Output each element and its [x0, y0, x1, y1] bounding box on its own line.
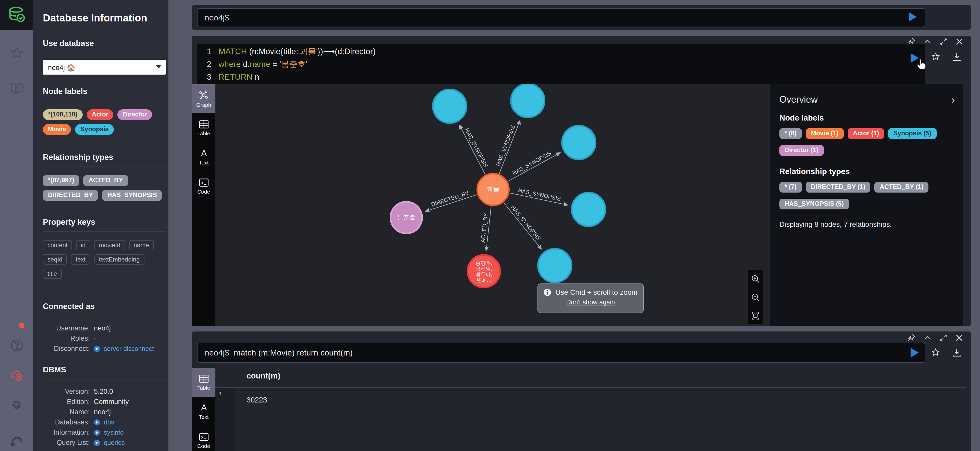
code-line: 2where d.name = '봉준호'	[197, 58, 925, 70]
label-chip[interactable]: HAS_SYNOPSIS (5)	[780, 199, 849, 209]
graph-node-synopsis3[interactable]	[562, 126, 596, 159]
label-chip[interactable]: Director (1)	[780, 145, 824, 156]
fullscreen-icon[interactable]	[940, 334, 947, 341]
graph-node-synopsis5[interactable]	[538, 249, 572, 282]
label-chip[interactable]: * (8)	[780, 128, 802, 139]
label-chip[interactable]: Movie (1)	[806, 128, 843, 139]
label-chip[interactable]: Actor (1)	[848, 128, 884, 139]
edge-type-label: HAS_SYNOPSIS	[517, 187, 561, 202]
info-row-label: Query List:	[43, 438, 90, 448]
graph-node-synopsis4[interactable]	[572, 193, 605, 226]
command-link[interactable]: :sysinfo	[94, 427, 124, 438]
divider	[43, 53, 166, 53]
label-chip[interactable]: *(87,997)	[43, 175, 80, 186]
view-tab-code[interactable]: Code	[192, 172, 215, 201]
overview-rel-chips: HAS_SYNOPSIS (5)	[780, 199, 849, 209]
executed-query-text: match (m:Movie) return count(m)	[234, 348, 353, 357]
label-chip[interactable]: DIRECTED_BY (1)	[806, 182, 870, 193]
favorite-query-button[interactable]	[931, 52, 940, 61]
collapse-icon[interactable]	[924, 334, 931, 341]
view-tab-table[interactable]: Table	[192, 368, 215, 397]
graph-node-synopsis2[interactable]	[511, 84, 545, 118]
dont-show-again-link[interactable]: Don't show again	[566, 299, 615, 306]
view-tab-text[interactable]: AText	[192, 142, 215, 172]
close-icon[interactable]	[956, 334, 963, 341]
table-view-icon	[199, 120, 208, 129]
zoom-fit-button[interactable]	[751, 311, 759, 319]
play-circle-icon	[94, 346, 100, 352]
label-chip[interactable]: *(100,118)	[43, 109, 83, 120]
close-icon[interactable]	[956, 38, 963, 45]
command-link[interactable]: :queries	[94, 438, 125, 448]
property-key-chip[interactable]: movieId	[94, 240, 125, 250]
run-query-button[interactable]	[911, 348, 919, 357]
graph-node-actor[interactable]: 송강호,박해일,배두나,변희...	[468, 255, 500, 288]
database-check-icon	[7, 6, 26, 24]
graph-edge-has_synopsis[interactable]: HAS_SYNOPSIS	[460, 125, 489, 174]
zoom-in-icon	[751, 275, 760, 284]
download-button[interactable]	[953, 348, 961, 357]
node-caption: 괴물	[487, 185, 500, 193]
logout-button[interactable]	[0, 433, 33, 448]
label-chip[interactable]: HAS_SYNOPSIS	[102, 190, 162, 201]
help-drawer-button[interactable]	[0, 338, 33, 352]
label-chip[interactable]: Actor	[86, 109, 113, 120]
pin-icon[interactable]	[908, 334, 915, 341]
info-row-label: Disconnect:	[43, 344, 90, 354]
favorites-drawer-button[interactable]	[0, 46, 33, 60]
run-query-button[interactable]	[909, 12, 917, 21]
run-query-button[interactable]	[911, 53, 919, 63]
zoom-out-button[interactable]	[751, 293, 760, 302]
label-chip[interactable]: * (7)	[780, 182, 802, 193]
graph-edge-has_synopsis[interactable]: HAS_SYNOPSIS	[508, 150, 560, 181]
property-key-chip[interactable]: id	[76, 240, 90, 250]
property-key-chip[interactable]: title	[43, 269, 62, 279]
view-tab-text[interactable]: AText	[192, 397, 215, 426]
label-chip[interactable]: Synopsis	[75, 124, 114, 135]
graph-edge-has_synopsis[interactable]: HAS_SYNOPSIS	[510, 187, 568, 205]
label-chip[interactable]: ACTED_BY (1)	[875, 182, 929, 193]
graph-node-director[interactable]: 봉준호	[390, 202, 422, 233]
chevron-right-icon[interactable]: ›	[951, 94, 955, 107]
command-link-text: :queries	[102, 438, 125, 448]
graph-edge-directed_by[interactable]: DIRECTED_BY	[426, 190, 477, 211]
command-link[interactable]: :server disconnect	[94, 344, 154, 354]
cypher-editor[interactable]: 1MATCH (n:Movie{title:'괴물'})⟶(d:Director…	[197, 44, 925, 84]
graph-node-movie[interactable]: 괴물	[477, 174, 509, 205]
property-key-chip[interactable]: textEmbedding	[94, 254, 144, 265]
fullscreen-icon[interactable]	[940, 38, 947, 45]
graph-edge-has_synopsis[interactable]: HAS_SYNOPSIS	[495, 121, 520, 174]
code-text: RETURN n	[218, 70, 259, 83]
view-tab-label: Graph	[196, 102, 211, 108]
zoom-in-button[interactable]	[751, 275, 760, 284]
settings-drawer-button[interactable]	[0, 400, 33, 414]
view-tab-code[interactable]: Code	[192, 426, 215, 451]
graph-edge-acted_by[interactable]: ACTED_BY	[479, 206, 491, 250]
property-key-chip[interactable]: content	[43, 240, 72, 250]
guides-drawer-button[interactable]	[0, 82, 33, 96]
property-key-chip[interactable]: text	[71, 254, 90, 265]
database-info-drawer-toggle[interactable]	[0, 0, 33, 30]
property-key-chip[interactable]: name	[129, 240, 154, 250]
cypher-input-bar[interactable]: neo4j$	[197, 8, 925, 27]
graph-edge-has_synopsis[interactable]: HAS_SYNOPSIS	[504, 202, 542, 249]
play-icon	[911, 348, 919, 357]
label-chip[interactable]: ACTED_BY	[83, 175, 128, 186]
graph-canvas[interactable]: HAS_SYNOPSISHAS_SYNOPSISHAS_SYNOPSISHAS_…	[215, 84, 768, 326]
connection-status-button[interactable]	[0, 369, 33, 383]
view-tab-graph[interactable]: Graph	[192, 84, 215, 113]
label-chip[interactable]: Synopsis (5)	[888, 128, 936, 139]
label-chip[interactable]: Director	[118, 109, 152, 120]
download-button[interactable]	[953, 53, 961, 61]
executed-query-bar[interactable]: neo4j$ match (m:Movie) return count(m)	[197, 343, 925, 363]
favorite-query-button[interactable]	[931, 348, 940, 357]
graph-node-synopsis1[interactable]	[433, 89, 466, 123]
label-chip[interactable]: DIRECTED_BY	[43, 190, 98, 201]
cloud-disconnected-icon	[9, 369, 24, 383]
property-key-chip[interactable]: seqId	[43, 254, 67, 265]
editor-bar-frame: neo4j$	[192, 5, 971, 30]
view-tab-table[interactable]: Table	[192, 113, 215, 142]
label-chip[interactable]: Movie	[43, 124, 71, 135]
database-select[interactable]: neo4j 🏠	[43, 60, 166, 75]
command-link[interactable]: :dbs	[94, 417, 114, 427]
